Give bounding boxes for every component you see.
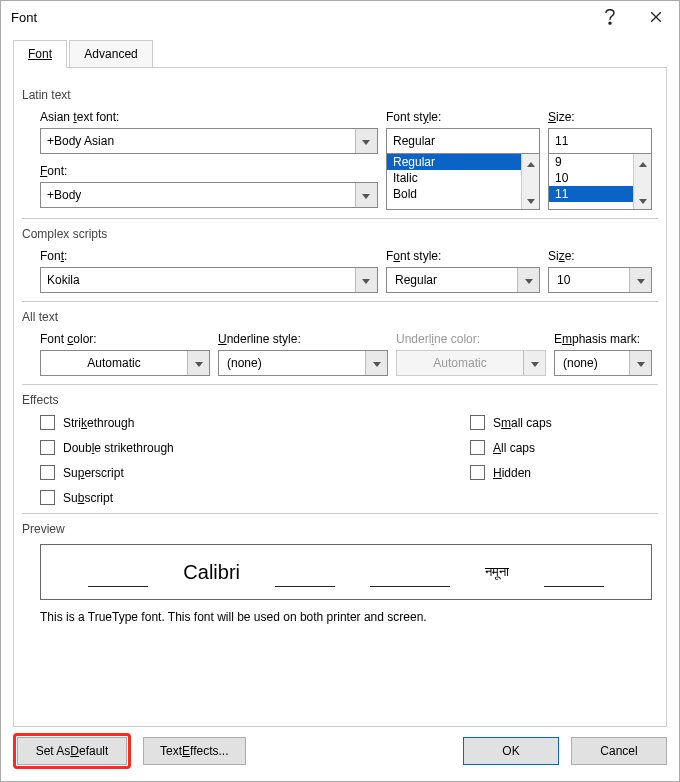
scroll-up-icon[interactable] — [634, 154, 652, 172]
scroll-down-icon[interactable] — [522, 191, 540, 209]
latin-font-combo[interactable]: +Body — [40, 182, 378, 208]
latin-font-label: Font: — [40, 164, 378, 178]
underline-color-label: Underline color: — [396, 332, 546, 346]
hidden-checkbox[interactable]: Hidden — [470, 465, 552, 480]
preview-sample-complex: नमूना — [485, 564, 509, 580]
double-strikethrough-checkbox[interactable]: Double strikethrough — [40, 440, 470, 455]
font-dialog: Font Font Advanced Latin text Asian text… — [0, 0, 680, 782]
list-item[interactable]: Bold — [387, 186, 539, 202]
chevron-down-icon[interactable] — [629, 268, 651, 292]
chevron-down-icon[interactable] — [365, 351, 387, 375]
scroll-up-icon[interactable] — [522, 154, 540, 172]
section-preview: Preview — [22, 522, 658, 536]
tab-panel: Latin text Asian text font: +Body Asian … — [13, 67, 667, 727]
chevron-down-icon[interactable] — [355, 129, 377, 153]
section-latin: Latin text — [22, 88, 658, 102]
emphasis-mark-label: Emphasis mark: — [554, 332, 652, 346]
size-label: Size: — [548, 110, 652, 124]
size-input[interactable]: 11 — [548, 128, 652, 154]
chevron-down-icon[interactable] — [355, 268, 377, 292]
complex-style-label: Font style: — [386, 249, 540, 263]
close-button[interactable] — [633, 1, 679, 33]
tab-strip: Font Advanced — [13, 39, 669, 67]
underline-style-label: Underline style: — [218, 332, 388, 346]
font-color-combo[interactable]: Automatic — [40, 350, 210, 376]
subscript-checkbox[interactable]: Subscript — [40, 490, 470, 505]
text-effects-button[interactable]: Text Effects... — [143, 737, 246, 765]
dialog-footer: Set As Default Text Effects... OK Cancel — [13, 733, 667, 769]
strikethrough-checkbox[interactable]: Strikethrough — [40, 415, 470, 430]
emphasis-mark-combo[interactable]: (none) — [554, 350, 652, 376]
asian-font-label: Asian text font: — [40, 110, 378, 124]
chevron-down-icon[interactable] — [187, 351, 209, 375]
preview-box: Calibri नमूना — [40, 544, 652, 600]
superscript-checkbox[interactable]: Superscript — [40, 465, 470, 480]
scrollbar[interactable] — [633, 154, 651, 209]
ok-button[interactable]: OK — [463, 737, 559, 765]
svg-point-0 — [609, 22, 611, 24]
complex-size-label: Size: — [548, 249, 652, 263]
asian-font-combo[interactable]: +Body Asian — [40, 128, 378, 154]
help-button[interactable] — [587, 1, 633, 33]
set-as-default-button[interactable]: Set As Default — [17, 737, 127, 765]
scroll-down-icon[interactable] — [634, 191, 652, 209]
underline-style-combo[interactable]: (none) — [218, 350, 388, 376]
preview-note: This is a TrueType font. This font will … — [40, 610, 652, 624]
chevron-down-icon[interactable] — [517, 268, 539, 292]
preview-sample-latin: Calibri — [183, 561, 240, 584]
font-style-label: Font style: — [386, 110, 540, 124]
list-item[interactable]: Regular — [387, 154, 539, 170]
preview-underline — [370, 586, 450, 587]
scrollbar[interactable] — [521, 154, 539, 209]
small-caps-checkbox[interactable]: Small caps — [470, 415, 552, 430]
complex-font-combo[interactable]: Kokila — [40, 267, 378, 293]
font-style-input[interactable]: Regular — [386, 128, 540, 154]
cancel-button[interactable]: Cancel — [571, 737, 667, 765]
font-style-list[interactable]: Regular Italic Bold — [386, 154, 540, 210]
tab-advanced[interactable]: Advanced — [69, 40, 152, 68]
section-complex: Complex scripts — [22, 227, 658, 241]
set-default-highlight: Set As Default — [13, 733, 131, 769]
font-color-label: Font color: — [40, 332, 210, 346]
dialog-title: Font — [11, 10, 587, 25]
section-alltext: All text — [22, 310, 658, 324]
chevron-down-icon[interactable] — [355, 183, 377, 207]
list-item[interactable]: Italic — [387, 170, 539, 186]
size-list[interactable]: 9 10 11 — [548, 154, 652, 210]
underline-color-combo: Automatic — [396, 350, 546, 376]
complex-font-label: Font: — [40, 249, 378, 263]
tab-font[interactable]: Font — [13, 40, 67, 68]
section-effects: Effects — [22, 393, 658, 407]
chevron-down-icon[interactable] — [629, 351, 651, 375]
titlebar: Font — [1, 1, 679, 33]
complex-size-combo[interactable]: 10 — [548, 267, 652, 293]
complex-style-combo[interactable]: Regular — [386, 267, 540, 293]
preview-underline — [275, 586, 335, 587]
preview-underline — [88, 586, 148, 587]
all-caps-checkbox[interactable]: All caps — [470, 440, 552, 455]
chevron-down-icon — [523, 351, 545, 375]
preview-underline — [544, 586, 604, 587]
